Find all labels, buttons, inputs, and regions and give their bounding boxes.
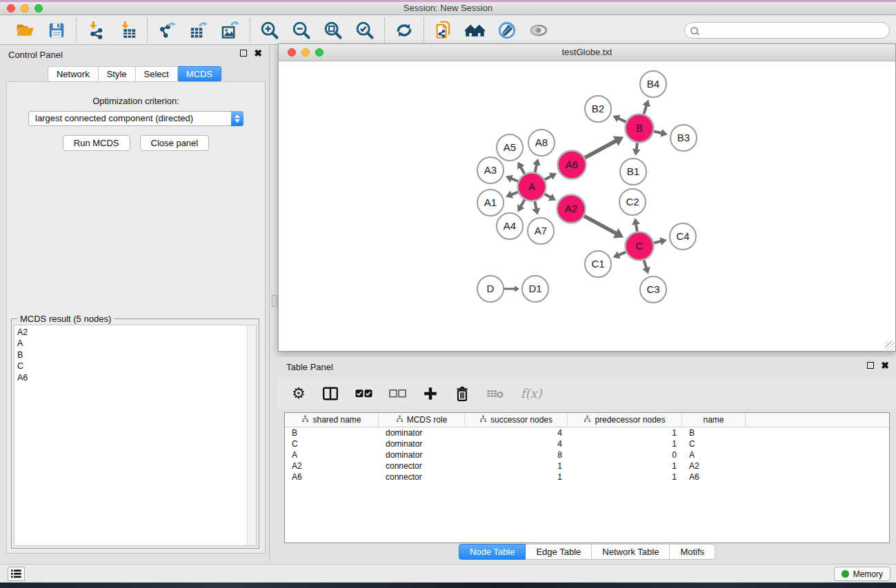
table-cell[interactable]: 1 [568,460,682,472]
table-cell[interactable]: A6 [285,472,379,483]
tab-style[interactable]: Style [99,66,136,82]
graph-edge-A-A4[interactable] [520,200,524,207]
table-settings-gear-icon[interactable]: ⚙ [292,383,306,404]
mcds-result-list[interactable]: A2ABCA6 [14,325,257,546]
close-table-panel-icon[interactable]: ✖ [881,362,889,369]
graph-edge-A-A8[interactable] [535,164,537,172]
table-cell[interactable]: 1 [568,472,682,483]
table-row[interactable]: A2connector11A2 [285,460,889,472]
table-cell[interactable]: dominator [379,449,465,460]
table-cell[interactable]: 1 [465,460,568,472]
result-item[interactable]: A6 [14,372,256,383]
deselect-all-columns-icon[interactable] [389,383,406,404]
table-cell[interactable]: connector [379,460,465,472]
float-panel-icon[interactable] [240,50,247,57]
result-item[interactable]: B [14,349,256,361]
zoom-selected-icon[interactable] [355,20,375,41]
tab-motifs[interactable]: Motifs [670,544,715,560]
add-column-plus-icon[interactable] [423,383,438,404]
result-scrollbar[interactable] [247,325,256,545]
delete-column-trash-icon[interactable] [455,383,470,404]
show-hide-details-eye-icon[interactable] [528,20,549,41]
zoom-network-window-button[interactable] [315,48,323,57]
graph-edge-A-A5[interactable] [520,166,524,174]
node-table[interactable]: shared nameMCDS rolesuccessor nodesprede… [284,412,890,543]
result-item[interactable]: A2 [14,327,256,338]
table-row[interactable]: Cdominator41C [285,438,889,449]
graph-edge-A-A3[interactable] [510,179,518,181]
graph-edge-A-A6[interactable] [545,176,552,180]
result-item[interactable]: C [14,361,256,372]
select-all-columns-icon[interactable] [355,383,372,404]
close-network-window-button[interactable] [288,48,296,57]
table-cell[interactable]: 1 [465,472,568,483]
table-cell[interactable]: dominator [379,438,465,449]
graph-edge-C-C1[interactable] [618,252,626,256]
column-header-name[interactable]: name [682,413,746,427]
graph-edge-C-C4[interactable] [654,241,661,243]
open-session-icon[interactable] [14,20,35,41]
import-network-icon[interactable] [86,20,106,41]
import-table-icon[interactable] [117,20,138,41]
table-cell[interactable]: A6 [682,472,746,483]
function-builder-icon[interactable]: f(x) [521,383,542,404]
result-item[interactable]: A [14,338,256,349]
zoom-in-icon[interactable] [259,20,280,41]
table-cell[interactable]: 0 [568,449,682,460]
table-cell[interactable]: B [285,427,379,438]
zoom-fit-icon[interactable] [323,20,344,41]
close-panel-button[interactable]: Close panel [140,135,210,151]
graph-edge-C-C3[interactable] [644,260,647,269]
close-window-button[interactable] [7,4,15,12]
graph-edge-A6-B[interactable] [585,141,617,158]
table-cell[interactable]: 4 [465,427,568,438]
table-cell[interactable]: 8 [465,449,568,460]
search-input[interactable] [698,26,889,35]
search-field[interactable] [684,22,890,39]
graph-edge-A2-C[interactable] [584,216,617,234]
table-cell[interactable]: A [682,449,746,460]
graph-edge-A-A1[interactable] [510,192,518,195]
graph-edge-A-A2[interactable] [545,194,552,198]
table-cell[interactable]: A2 [285,460,379,472]
table-cell[interactable]: B [682,427,746,438]
column-header-successor-nodes[interactable]: successor nodes [465,413,568,427]
table-cell[interactable]: C [682,438,746,449]
window-resize-grip[interactable] [885,341,895,350]
run-mcds-button[interactable]: Run MCDS [63,135,130,151]
graph-edge-B-B2[interactable] [617,118,626,122]
tab-mcds[interactable]: MCDS [178,66,221,82]
zoom-out-icon[interactable] [291,20,312,41]
hide-annotations-icon[interactable] [497,20,517,41]
export-image-icon[interactable] [220,20,241,41]
export-table-icon[interactable] [188,20,209,41]
split-columns-icon[interactable] [322,383,339,404]
close-panel-icon[interactable]: ✖ [254,50,262,57]
save-session-icon[interactable] [46,20,67,41]
table-row[interactable]: Bdominator41B [285,427,889,438]
task-history-button[interactable] [8,567,25,581]
column-header-predecessor-nodes[interactable]: predecessor nodes [568,413,682,427]
table-cell[interactable]: C [285,438,379,449]
minimize-network-window-button[interactable] [301,48,310,57]
graph-edge-B-B3[interactable] [654,132,662,134]
tab-edge-table[interactable]: Edge Table [526,544,592,560]
column-header-mcds-role[interactable]: MCDS role [379,413,465,427]
table-cell[interactable]: 4 [465,438,568,449]
column-header-shared-name[interactable]: shared name [285,413,379,427]
graph-edge-A-A7[interactable] [535,201,536,210]
zoom-window-button[interactable] [34,4,43,12]
tab-select[interactable]: Select [136,66,178,82]
optimization-criterion-dropdown[interactable]: largest connected component (directed) [28,111,243,126]
tab-network[interactable]: Network [48,66,99,82]
home-icon[interactable] [465,20,486,41]
table-cell[interactable]: A [285,449,379,460]
export-network-icon[interactable] [157,20,177,41]
table-cell[interactable]: connector [379,472,465,483]
network-canvas[interactable]: AA1A2A3A4A5A6A7A8BB1B2B3B4CC1C2C3C4DD1 [279,62,895,351]
refresh-layout-icon[interactable] [394,20,415,41]
table-row[interactable]: A6connector11A6 [285,472,889,483]
table-cell[interactable]: A2 [682,460,746,472]
graph-edge-B-B4[interactable] [644,105,646,114]
table-cell[interactable]: 1 [568,438,682,449]
